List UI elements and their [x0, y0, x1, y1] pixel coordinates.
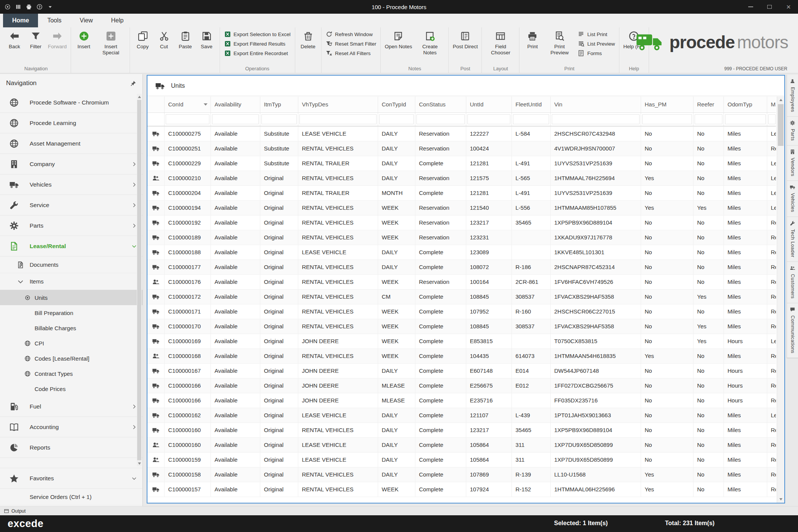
export-selection-to-excel-button[interactable]: Export Selection to Excel — [223, 30, 292, 38]
save-button[interactable]: Save — [196, 29, 217, 51]
column-header-odomtyp[interactable]: OdomTyp — [724, 97, 767, 112]
grid-row[interactable]: C100000168AvailableOriginalRENTAL VEHICL… — [147, 348, 776, 363]
copy-button[interactable]: Copy — [133, 29, 153, 51]
side-tab-vehicles[interactable]: Vehicles — [787, 181, 798, 217]
grid-row[interactable]: C100000275AvailableSubstituteLEASE VEHIC… — [147, 126, 776, 141]
sidebar-item-asset-management[interactable]: Asset Management — [0, 133, 142, 154]
filter-cell[interactable] — [378, 112, 415, 126]
grid-row[interactable]: C100000188AvailableOriginalLEASE VEHICLE… — [147, 245, 776, 260]
side-tab-customers[interactable]: Customers — [787, 262, 798, 303]
column-header-untid[interactable]: UntId — [466, 97, 511, 112]
sidebar-item-service-orders-ctrl-1[interactable]: Service Orders (Ctrl + 1) — [0, 489, 142, 505]
filter-cell[interactable] — [693, 112, 724, 126]
column-header-itmtyp[interactable]: ItmTyp — [260, 97, 298, 112]
sidebar-item-procede-software-chromium[interactable]: Procede Software - Chromium — [0, 92, 142, 113]
scroll-up-icon[interactable] — [777, 97, 785, 103]
export-filtered-results-button[interactable]: Export Filtered Results — [223, 40, 292, 48]
insert-special-button[interactable]: Insert Special — [95, 29, 127, 57]
pin-icon[interactable] — [130, 80, 136, 87]
filter-cell[interactable] — [550, 112, 641, 126]
grid-vertical-scrollbar[interactable] — [777, 97, 784, 503]
sidebar-item-billable-charges[interactable]: Billable Charges — [0, 320, 142, 336]
grid-row[interactable]: C100000194AvailableOriginalRENTAL VEHICL… — [147, 200, 776, 215]
filter-cell[interactable] — [724, 112, 767, 126]
grid-row[interactable]: C100000157AvailableOriginalRENTAL VEHICL… — [147, 482, 776, 497]
side-tab-vendors[interactable]: Vendors — [787, 146, 798, 181]
sidebar-item-cpi[interactable]: CPI — [0, 336, 142, 351]
column-header-fleetuntid[interactable]: FleetUntId — [511, 97, 550, 112]
grid-row[interactable]: C100000158AvailableOriginalRENTAL VEHICL… — [147, 467, 776, 482]
list-print-button[interactable]: List Print — [576, 30, 616, 38]
print-button[interactable]: Print — [522, 29, 543, 51]
grid-row[interactable]: C100000160AvailableOriginalLEASE VEHICLE… — [147, 437, 776, 452]
grid-row[interactable]: C100000166AvailableOriginalJOHN DEEREMLE… — [147, 378, 776, 393]
grid-row[interactable]: C100000176AvailableOriginalRENTAL VEHICL… — [147, 274, 776, 289]
forward-button[interactable]: Forward — [47, 29, 68, 51]
grid-row[interactable]: C100000189AvailableOriginalRENTAL VEHICL… — [147, 230, 776, 245]
filter-cell[interactable] — [298, 112, 378, 126]
scroll-down-icon[interactable] — [777, 496, 785, 503]
sidebar-item-code-prices[interactable]: Code Prices — [0, 381, 142, 396]
grid-row[interactable]: C100000192AvailableOriginalRENTAL VEHICL… — [147, 215, 776, 230]
filter-cell[interactable] — [466, 112, 511, 126]
grid-row[interactable]: C100000169AvailableOriginalJOHN DEEREWEE… — [147, 334, 776, 348]
reset-smart-filter-button[interactable]: Reset Smart Filter — [324, 40, 378, 48]
sidebar-item-items[interactable]: Items — [0, 273, 142, 290]
scrollbar-thumb[interactable] — [137, 100, 141, 460]
export-entire-recordset-button[interactable]: Export Entire Recordset — [223, 49, 292, 57]
field-chooser-button[interactable]: Field Chooser — [484, 29, 516, 57]
sidebar-item-company[interactable]: Company — [0, 154, 142, 174]
side-tab-employees[interactable]: Employees — [787, 75, 798, 117]
grid-row[interactable]: C100000159AvailableOriginalLEASE VEHICLE… — [147, 452, 776, 467]
scrollbar-thumb[interactable] — [778, 104, 784, 146]
filter-cell[interactable] — [260, 112, 298, 126]
sidebar-item-codes-lease-rental[interactable]: Codes [Lease/Rental] — [0, 351, 142, 366]
sidebar-item-fuel[interactable]: Fuel — [0, 396, 142, 417]
grid-row[interactable]: C100000162AvailableOriginalLEASE VEHICLE… — [147, 408, 776, 423]
grid-row[interactable]: C100000177AvailableOriginalRENTAL VEHICL… — [147, 260, 776, 274]
sidebar-item-favorites[interactable]: Favorites — [0, 468, 142, 489]
sidebar-item-parts[interactable]: Parts — [0, 215, 142, 236]
sidebar-item-vehicles[interactable]: Vehicles — [0, 174, 142, 195]
sidebar-item-units[interactable]: Units — [0, 290, 142, 305]
sidebar-item-procede-learning[interactable]: Procede Learning — [0, 113, 142, 133]
close-button[interactable]: × — [779, 0, 798, 14]
back-button[interactable]: Back — [4, 29, 25, 51]
post-direct-button[interactable]: Post Direct — [451, 29, 479, 51]
forms-button[interactable]: Forms — [576, 49, 616, 57]
filter-button[interactable]: Filter — [25, 29, 46, 51]
output-button[interactable]: Output — [0, 507, 30, 515]
scroll-down-icon[interactable] — [137, 461, 142, 466]
insert-button[interactable]: Insert — [74, 29, 94, 51]
delete-button[interactable]: Delete — [298, 29, 318, 51]
grid-row[interactable]: C100000171AvailableOriginalRENTAL VEHICL… — [147, 304, 776, 319]
tab-home[interactable]: Home — [3, 14, 38, 27]
column-header-vhtypdes[interactable]: VhTypDes — [298, 97, 378, 112]
column-header-m[interactable]: M — [767, 97, 776, 112]
column-header-availability[interactable]: Availability — [211, 97, 260, 112]
filter-cell[interactable] — [211, 112, 260, 126]
tab-help[interactable]: Help — [102, 14, 133, 27]
create-notes-button[interactable]: Create Notes — [414, 29, 446, 57]
filter-dropdown-icon[interactable] — [204, 103, 207, 106]
open-notes-button[interactable]: Open Notes — [383, 29, 413, 51]
sidebar-item-bill-preparation[interactable]: Bill Preparation — [0, 305, 142, 320]
grid-row[interactable]: C100000204AvailableOriginalRENTAL TRAILE… — [147, 185, 776, 200]
filter-cell[interactable] — [164, 112, 211, 126]
column-header-constatus[interactable]: ConStatus — [415, 97, 466, 112]
grid-row[interactable]: C100000229AvailableSubstituteRENTAL TRAI… — [147, 156, 776, 171]
filter-cell[interactable] — [511, 112, 550, 126]
list-preview-button[interactable]: List Preview — [576, 40, 616, 48]
filter-cell[interactable] — [767, 112, 776, 126]
side-tab-tech-loader[interactable]: Tech Loader — [787, 217, 798, 262]
cut-button[interactable]: Cut — [154, 29, 174, 51]
grid-row[interactable]: C100000160AvailableOriginalRENTAL VEHICL… — [147, 423, 776, 437]
column-header-has-pm[interactable]: Has_PM — [641, 97, 693, 112]
tab-tools[interactable]: Tools — [38, 14, 70, 27]
column-header-vin[interactable]: Vin — [550, 97, 641, 112]
grid-row[interactable]: C100000167AvailableOriginalJOHN DEEREDAI… — [147, 363, 776, 378]
minimize-button[interactable] — [741, 0, 760, 14]
sidebar-item-accounting[interactable]: Accounting — [0, 417, 142, 437]
scroll-up-icon[interactable] — [137, 94, 142, 100]
sidebar-item-contract-types[interactable]: Contract Types — [0, 366, 142, 381]
